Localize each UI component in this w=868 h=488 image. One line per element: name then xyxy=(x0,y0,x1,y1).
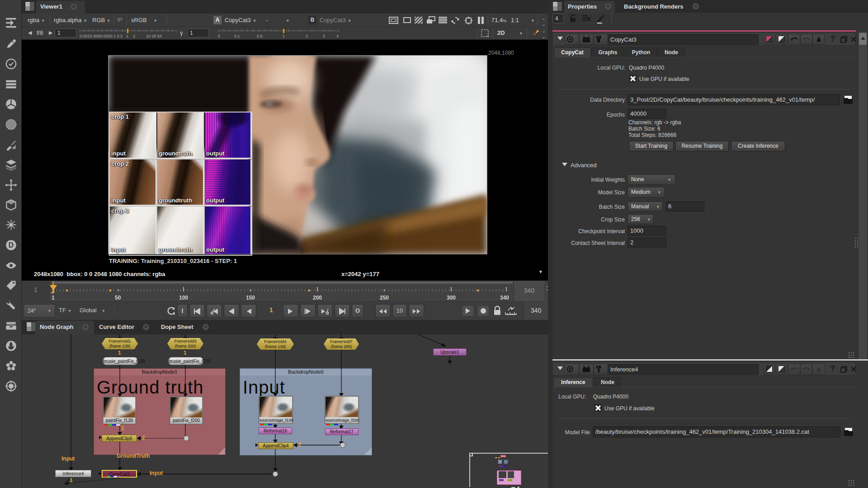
svg-text:0.0010.0060.0250.1 0.2: 0.0010.0060.0250.1 0.2 xyxy=(80,34,123,38)
svg-text:1: 1 xyxy=(283,34,285,38)
svg-text:0.1: 0.1 xyxy=(234,34,240,38)
svg-text:1: 1 xyxy=(52,281,54,286)
svg-text:100: 100 xyxy=(179,295,188,301)
svg-text:1: 1 xyxy=(52,295,55,301)
svg-text:4: 4 xyxy=(336,34,339,38)
svg-text:250: 250 xyxy=(380,295,389,301)
svg-text:2: 2 xyxy=(133,34,135,38)
svg-text:D: D xyxy=(9,241,14,249)
svg-text:0: 0 xyxy=(218,34,220,38)
svg-text:50: 50 xyxy=(115,295,121,301)
svg-text:2: 2 xyxy=(306,34,308,38)
svg-text:0.5: 0.5 xyxy=(257,34,263,38)
svg-text:300: 300 xyxy=(447,295,456,301)
svg-text:340: 340 xyxy=(500,295,509,301)
svg-text:3: 3 xyxy=(323,34,325,38)
svg-text:1: 1 xyxy=(126,34,128,38)
svg-text:200: 200 xyxy=(313,295,322,301)
svg-text:10 20 64: 10 20 64 xyxy=(146,34,162,38)
svg-text:150: 150 xyxy=(246,295,255,301)
